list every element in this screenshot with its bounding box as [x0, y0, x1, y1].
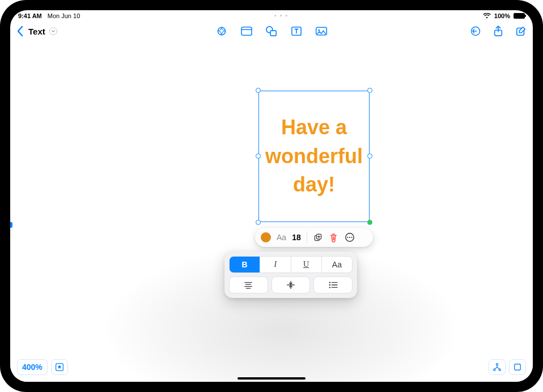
resize-handle-bl[interactable] [256, 220, 261, 225]
svg-point-22 [329, 282, 330, 283]
format-panel: B I U Aa [224, 252, 357, 298]
shapes-icon[interactable] [265, 25, 278, 37]
home-indicator[interactable] [237, 377, 306, 380]
resize-handle-br[interactable] [367, 220, 372, 225]
svg-point-15 [349, 237, 350, 238]
font-face-button[interactable]: Aa [277, 233, 286, 242]
tool-title[interactable]: Text [28, 27, 45, 36]
italic-button[interactable]: I [260, 257, 291, 272]
svg-point-7 [318, 29, 320, 31]
connections-button[interactable] [489, 359, 506, 375]
favorite-view-button[interactable] [51, 359, 68, 375]
zoom-level[interactable]: 400% [17, 359, 48, 375]
statusbar-time: 9:41 AM [18, 12, 42, 19]
text-box-content[interactable]: Have a wonderful day! [264, 113, 364, 199]
text-toolbar: Aa 18 [255, 228, 373, 247]
compose-icon[interactable] [515, 25, 527, 37]
multitask-dots[interactable]: • • • [80, 13, 483, 19]
text-case-button[interactable]: Aa [322, 257, 352, 272]
statusbar-date: Mon Jun 10 [48, 12, 80, 19]
duplicate-icon[interactable] [313, 232, 323, 242]
svg-point-24 [329, 284, 330, 286]
text-box-icon[interactable] [290, 25, 303, 37]
pen-tool-icon[interactable] [215, 25, 228, 37]
resize-handle-tl[interactable] [256, 88, 261, 93]
resize-handle-ml[interactable] [256, 154, 261, 159]
status-bar: 9:41 AM Mon Jun 10 • • • 100% [10, 10, 533, 22]
align-horizontal-button[interactable] [229, 276, 268, 293]
canvas[interactable]: Have a wonderful day! Aa 18 [10, 41, 533, 382]
battery-icon [514, 13, 525, 19]
svg-point-26 [329, 287, 330, 288]
divider [307, 232, 307, 243]
svg-rect-4 [270, 31, 276, 36]
svg-rect-32 [515, 364, 521, 370]
svg-point-16 [351, 237, 352, 238]
wifi-icon [483, 13, 491, 19]
minimap-button[interactable] [509, 359, 526, 375]
align-row [229, 276, 353, 293]
resize-handle-mr[interactable] [367, 154, 372, 159]
edge-indicator [10, 222, 12, 228]
svg-point-14 [347, 237, 348, 238]
undo-icon[interactable] [469, 25, 482, 37]
top-toolbar: Text [10, 22, 533, 41]
text-box[interactable]: Have a wonderful day! [258, 91, 370, 222]
screen: 9:41 AM Mon Jun 10 • • • 100% Text [10, 10, 533, 382]
device-frame: 9:41 AM Mon Jun 10 • • • 100% Text [0, 0, 543, 392]
tool-dropdown-icon[interactable] [49, 27, 57, 35]
bold-button[interactable]: B [230, 257, 260, 272]
style-segment: B I U Aa [229, 256, 353, 273]
svg-rect-1 [241, 27, 252, 35]
delete-icon[interactable] [329, 232, 339, 242]
underline-button[interactable]: U [291, 257, 322, 272]
list-button[interactable] [313, 276, 353, 293]
text-color-swatch[interactable] [261, 232, 271, 242]
font-size-button[interactable]: 18 [292, 233, 301, 242]
battery-percent: 100% [494, 12, 510, 19]
image-icon[interactable] [315, 25, 328, 37]
align-vertical-button[interactable] [272, 276, 311, 293]
resize-handle-tr[interactable] [367, 88, 372, 93]
text-box-frame[interactable]: Have a wonderful day! [258, 91, 370, 222]
share-icon[interactable] [492, 25, 504, 37]
more-icon[interactable] [345, 232, 355, 242]
sticky-note-icon[interactable] [240, 25, 253, 37]
back-button[interactable] [16, 25, 24, 37]
